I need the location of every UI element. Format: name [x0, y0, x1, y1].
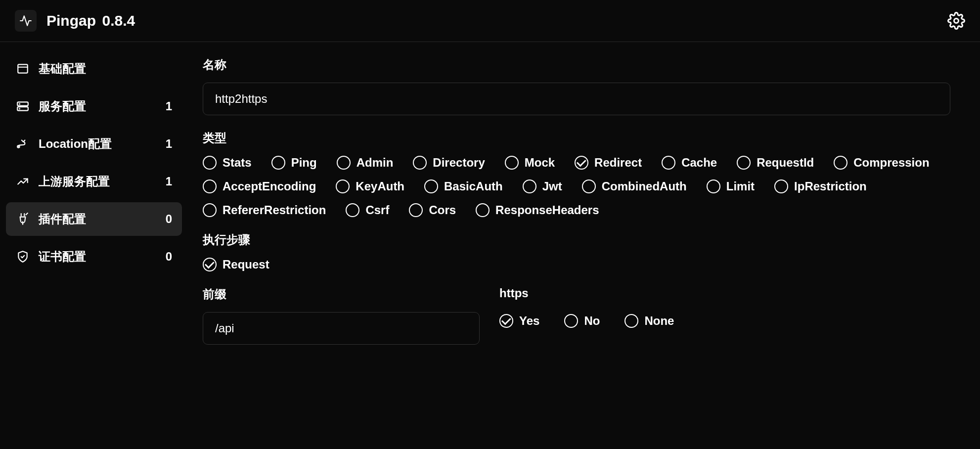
step-radio-group: Request: [203, 258, 950, 271]
sidebar-item-location[interactable]: Location配置 1: [6, 127, 182, 161]
step-option[interactable]: Request: [203, 258, 269, 271]
settings-button[interactable]: [947, 12, 965, 30]
radio-circle-icon: [346, 203, 359, 217]
type-option-label: Admin: [356, 156, 394, 170]
app-version: 0.8.4: [102, 12, 135, 29]
type-option[interactable]: Compression: [834, 156, 929, 170]
radio-circle-icon: [499, 314, 513, 328]
sidebar-item-count: 1: [166, 137, 172, 151]
type-option[interactable]: CombinedAuth: [582, 180, 687, 193]
radio-circle-icon: [336, 180, 350, 193]
type-option-label: Mock: [525, 156, 555, 170]
main-container: 基础配置 服务配置 1 Location配置 1: [0, 42, 980, 448]
https-option[interactable]: Yes: [499, 314, 539, 328]
type-option-label: Cache: [681, 156, 717, 170]
field-name: 名称: [203, 57, 950, 115]
type-option[interactable]: RequestId: [737, 156, 814, 170]
svg-point-6: [19, 108, 20, 109]
radio-circle-icon: [271, 156, 285, 170]
radio-circle-icon: [203, 156, 217, 170]
sidebar-item-upstream[interactable]: 上游服务配置 1: [6, 165, 182, 198]
radio-circle-icon: [505, 156, 519, 170]
type-option[interactable]: Cors: [409, 203, 456, 217]
type-option-label: RefererRestriction: [223, 203, 326, 217]
type-option-label: Directory: [433, 156, 485, 170]
type-option[interactable]: Jwt: [523, 180, 562, 193]
sidebar: 基础配置 服务配置 1 Location配置 1: [0, 42, 188, 448]
sidebar-item-label: 证书配置: [39, 249, 86, 265]
radio-circle-icon: [834, 156, 847, 170]
field-prefix: 前缀: [203, 286, 480, 345]
gear-icon: [947, 12, 965, 30]
type-option[interactable]: Ping: [271, 156, 317, 170]
app-name: Pingap: [46, 12, 96, 29]
radio-circle-icon: [774, 180, 788, 193]
https-option[interactable]: No: [564, 314, 600, 328]
sidebar-item-plugin[interactable]: 插件配置 0: [6, 202, 182, 236]
sidebar-item-count: 0: [166, 212, 172, 226]
type-option[interactable]: BasicAuth: [424, 180, 503, 193]
field-https: https YesNoNone: [499, 286, 950, 345]
activity-icon: [19, 14, 32, 27]
type-option[interactable]: IpRestriction: [774, 180, 867, 193]
radio-circle-icon: [662, 156, 675, 170]
radio-circle-icon: [707, 180, 720, 193]
sidebar-item-label: 上游服务配置: [39, 174, 110, 189]
type-option[interactable]: KeyAuth: [336, 180, 404, 193]
prefix-input[interactable]: [203, 312, 480, 345]
name-input[interactable]: [203, 83, 950, 115]
type-option-label: Redirect: [594, 156, 642, 170]
type-option-label: Ping: [291, 156, 317, 170]
type-option[interactable]: Limit: [707, 180, 755, 193]
shield-icon: [16, 250, 30, 264]
type-option-label: Stats: [223, 156, 252, 170]
type-option[interactable]: ResponseHeaders: [476, 203, 599, 217]
svg-rect-1: [18, 64, 28, 73]
type-option-label: Compression: [853, 156, 929, 170]
type-option[interactable]: Redirect: [575, 156, 642, 170]
radio-circle-icon: [203, 180, 217, 193]
radio-circle-icon: [476, 203, 490, 217]
type-radio-group: StatsPingAdminDirectoryMockRedirectCache…: [203, 156, 950, 217]
type-option[interactable]: Mock: [505, 156, 555, 170]
https-radio-group: YesNoNone: [499, 314, 950, 328]
prefix-label: 前缀: [203, 286, 480, 302]
https-option-label: Yes: [519, 314, 539, 328]
radio-circle-icon: [564, 314, 578, 328]
type-option[interactable]: Directory: [413, 156, 485, 170]
type-option[interactable]: Cache: [662, 156, 717, 170]
https-option-label: No: [584, 314, 600, 328]
route-icon: [16, 137, 30, 151]
app-logo: [15, 10, 37, 32]
radio-circle-icon: [203, 258, 217, 271]
name-label: 名称: [203, 57, 950, 73]
type-option[interactable]: Admin: [337, 156, 394, 170]
step-option-label: Request: [223, 258, 269, 271]
type-option[interactable]: AcceptEncoding: [203, 180, 316, 193]
type-option-label: KeyAuth: [356, 180, 404, 193]
type-option[interactable]: RefererRestriction: [203, 203, 326, 217]
radio-circle-icon: [575, 156, 588, 170]
radio-circle-icon: [523, 180, 536, 193]
https-option[interactable]: None: [624, 314, 674, 328]
app-header: Pingap 0.8.4: [0, 0, 980, 42]
header-left: Pingap 0.8.4: [15, 10, 135, 32]
sidebar-item-label: 服务配置: [39, 98, 86, 114]
radio-circle-icon: [582, 180, 596, 193]
step-label: 执行步骤: [203, 232, 950, 248]
type-option-label: CombinedAuth: [602, 180, 687, 193]
window-icon: [16, 62, 30, 76]
type-option[interactable]: Stats: [203, 156, 252, 170]
https-option-label: None: [644, 314, 674, 328]
type-option-label: Csrf: [365, 203, 389, 217]
radio-circle-icon: [409, 203, 423, 217]
type-option[interactable]: Csrf: [346, 203, 389, 217]
https-label: https: [499, 286, 950, 300]
sidebar-item-label: Location配置: [39, 136, 112, 152]
sidebar-item-cert[interactable]: 证书配置 0: [6, 240, 182, 273]
sidebar-item-basic[interactable]: 基础配置: [6, 52, 182, 86]
type-option-label: BasicAuth: [444, 180, 503, 193]
sidebar-item-service[interactable]: 服务配置 1: [6, 90, 182, 123]
type-option-label: IpRestriction: [794, 180, 867, 193]
type-option-label: Jwt: [542, 180, 562, 193]
